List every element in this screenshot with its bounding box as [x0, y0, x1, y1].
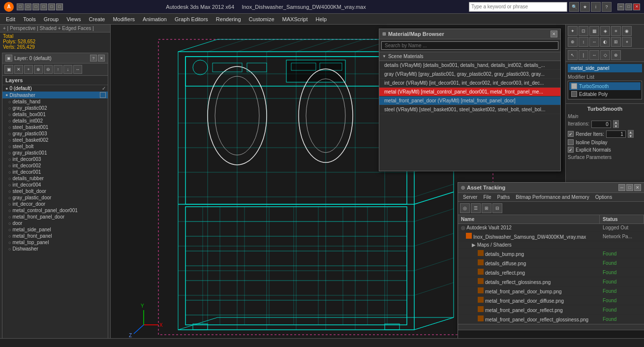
layer-tb-btn-3[interactable]: +	[24, 65, 33, 74]
layer-tb-btn-4[interactable]: ⊕	[34, 65, 43, 74]
asset-tracking-maximize[interactable]: □	[626, 184, 633, 191]
at-menu-options[interactable]: Options	[592, 194, 615, 200]
layer-item-metal-front-door[interactable]: ○ metal_front_panel_door	[2, 214, 108, 220]
asset-tracking-minimize[interactable]: ─	[618, 184, 625, 191]
ts-iter-down[interactable]: ▼	[613, 124, 619, 128]
layer-item-int-decor002[interactable]: ○ int_decor002	[2, 162, 108, 169]
rt-btn-1[interactable]: ✦	[568, 26, 578, 36]
win-btn-2[interactable]: □	[25, 3, 31, 10]
modifier-object-field[interactable]: metal_side_panel	[568, 64, 642, 72]
layer-item-int-decor004[interactable]: ○ int_decor004	[2, 182, 108, 188]
at-menu-bitmap[interactable]: Bitmap Performance and Memory	[513, 194, 592, 200]
layer-item-dishwasher[interactable]: ● Dishwasher	[2, 92, 108, 98]
rt-btn-3[interactable]: ▦	[589, 26, 599, 36]
layer-item-details-box001[interactable]: ○ details_box001	[2, 111, 108, 118]
layer-item-int-decor003[interactable]: ○ int_decor003	[2, 156, 108, 162]
layer-item-default[interactable]: ● 0 (default) ✓	[2, 85, 108, 92]
menu-tools[interactable]: Tools	[19, 15, 40, 23]
layer-tb-btn-7[interactable]: ↓	[63, 65, 72, 74]
asset-tracking-close[interactable]: ✕	[634, 184, 641, 191]
mb-item-gray[interactable]: gray (VRayMtl) [gray_plastic001, gray_pl…	[379, 70, 560, 79]
layer-item-gray-plastic-door[interactable]: ○ gray_plastic_door	[2, 194, 108, 201]
win-btn-4[interactable]: □	[40, 3, 47, 10]
rt-btn-10[interactable]: ◐	[600, 37, 610, 47]
layer-item-gray-plastic002[interactable]: ○ gray_plastic002	[2, 105, 108, 111]
layer-item-details-hand[interactable]: ○ details_hand	[2, 98, 108, 105]
layer-item-metal-front[interactable]: ○ metal_front_panel	[2, 233, 108, 239]
layer-item-metal-top[interactable]: ○ metal_top_panel	[2, 239, 108, 246]
minimize-btn[interactable]: ─	[617, 3, 624, 10]
rt-btn-m2[interactable]: |	[579, 50, 588, 60]
at-row-img5[interactable]: metal_front_panel_door_bump.png Found	[458, 286, 644, 296]
modifier-cb-2[interactable]	[571, 91, 577, 97]
rt-btn-m3[interactable]: ↔	[589, 50, 599, 60]
rt-btn-6[interactable]: ◉	[622, 26, 632, 36]
at-row-img8[interactable]: metal_front_panel_door_reflect_glossines…	[458, 315, 644, 324]
search-input[interactable]	[471, 4, 565, 9]
at-row-maxfile[interactable]: Inox_Dishwasher_Samsung_DW4000KM_vray.ma…	[458, 232, 644, 241]
layer-item-int-decor001[interactable]: ○ int_decor001	[2, 169, 108, 175]
layer-tb-btn-6[interactable]: ↑	[54, 65, 62, 74]
menu-modifiers[interactable]: Modifiers	[109, 15, 139, 23]
layer-panel-close-btn[interactable]: ✕	[98, 55, 105, 62]
material-browser-section-header[interactable]: ▼ Scene Materials	[379, 52, 560, 61]
at-row-img3[interactable]: details_reflect.png Found	[458, 268, 644, 277]
rt-btn-m4[interactable]: ◇	[600, 50, 610, 60]
layer-item-gray-plastic003[interactable]: ○ gray_plastic003	[2, 130, 108, 137]
win-btn-6[interactable]: □	[56, 3, 63, 10]
win-btn-1[interactable]: □	[17, 3, 24, 10]
at-btn-3[interactable]: ⊞	[482, 203, 491, 213]
win-btn-3[interactable]: □	[32, 3, 39, 10]
menu-create[interactable]: Create	[85, 15, 109, 23]
material-browser-search[interactable]	[381, 41, 558, 50]
rt-btn-m5[interactable]: ⊗	[611, 50, 621, 60]
ts-render-up[interactable]: ▲	[628, 130, 634, 134]
info-icon-btn[interactable]: i	[591, 2, 601, 12]
layer-item-int-decor-door[interactable]: ○ int_decor_door	[2, 201, 108, 207]
search-icon-btn[interactable]: 🔍	[569, 2, 579, 12]
help-icon-btn[interactable]: ★	[580, 2, 590, 12]
at-btn-2[interactable]: ☰	[471, 203, 481, 213]
settings-icon-btn[interactable]: ?	[602, 2, 612, 12]
menu-help[interactable]: Help	[312, 15, 331, 23]
menu-graph-editors[interactable]: Graph Editors	[171, 15, 212, 23]
layer-item-dishwasher2[interactable]: ○ Dishwasher	[2, 246, 108, 252]
material-browser-close[interactable]: ✕	[551, 31, 557, 37]
at-menu-server[interactable]: Server	[460, 194, 480, 200]
mb-item-metal[interactable]: metal (VRayMtl) [metal_control_panel_doo…	[379, 88, 560, 96]
rt-btn-2[interactable]: ⊡	[579, 26, 588, 36]
at-row-img4[interactable]: details_reflect_glossiness.png Found	[458, 277, 644, 286]
rt-btn-5[interactable]: ≡	[611, 26, 621, 36]
at-row-img1[interactable]: details_bump.png Found	[458, 249, 644, 258]
at-btn-4[interactable]: ⊟	[492, 203, 502, 213]
modifier-cb-1[interactable]	[571, 83, 577, 89]
mb-item-details[interactable]: details (VRayMtl) [details_box001, detai…	[379, 61, 560, 70]
at-row-vault[interactable]: ◎ Autodesk Vault 2012 Logged Out	[458, 224, 644, 232]
layer-panel-help-btn[interactable]: ?	[90, 55, 97, 62]
menu-animation[interactable]: Animation	[139, 15, 171, 23]
layer-tb-btn-2[interactable]: ✕	[14, 65, 23, 74]
menu-edit[interactable]: Edit	[2, 15, 19, 23]
rt-btn-8[interactable]: ↕	[579, 37, 588, 47]
mb-item-int-decor[interactable]: int_decor (VRayMtl) [int_decor001, int_d…	[379, 79, 560, 88]
rt-btn-m1[interactable]: ↖	[568, 50, 578, 60]
menu-group[interactable]: Group	[40, 15, 63, 23]
layer-item-door[interactable]: ○ door	[2, 220, 108, 226]
at-menu-paths[interactable]: Paths	[494, 194, 513, 200]
mb-item-metal-front-door[interactable]: metal_front_panel_door (VRayMtl) [metal_…	[379, 96, 560, 105]
restore-btn[interactable]: □	[625, 3, 632, 10]
at-row-img6[interactable]: metal_front_panel_door_diffuse.png Found	[458, 296, 644, 305]
mb-item-steel[interactable]: steel (VRayMtl) [steel_basket001, steel_…	[379, 105, 560, 114]
layer-tb-btn-5[interactable]: ⊖	[44, 65, 53, 74]
menu-maxscript[interactable]: MAXScript	[278, 15, 312, 23]
rt-btn-4[interactable]: ◈	[600, 26, 610, 36]
ts-explicit-cb[interactable]	[568, 147, 574, 153]
menu-customize[interactable]: Customize	[245, 15, 278, 23]
close-btn[interactable]: ✕	[633, 3, 640, 10]
layer-tb-btn-1[interactable]: ▣	[4, 65, 13, 74]
modifier-turbosmoooth[interactable]: TurboSmooth	[569, 82, 641, 90]
layer-item-metal-control[interactable]: ○ metal_control_panel_door001	[2, 207, 108, 214]
layer-tb-btn-8[interactable]: ↔	[73, 65, 82, 74]
layer-item-metal-side[interactable]: ○ metal_side_panel	[2, 226, 108, 233]
ts-render-cb[interactable]	[568, 131, 574, 137]
